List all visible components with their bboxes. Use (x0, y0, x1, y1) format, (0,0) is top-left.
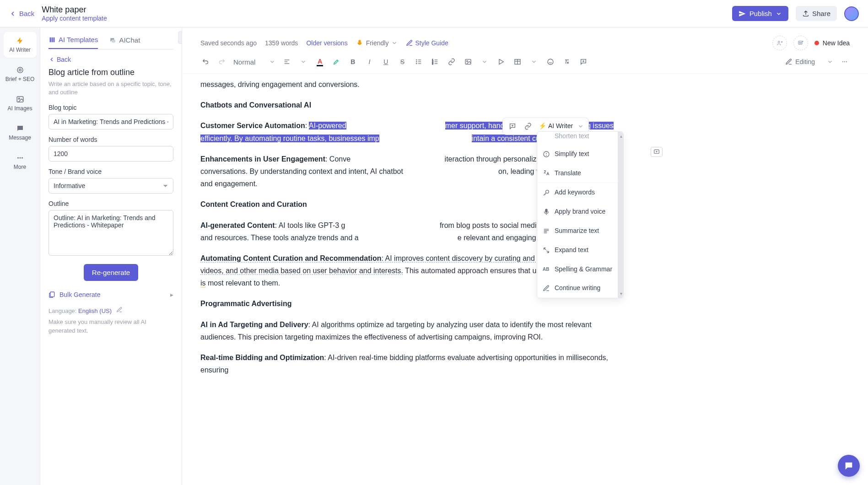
panel-back-button[interactable]: Back (49, 56, 173, 63)
topic-input[interactable] (49, 114, 173, 129)
share-label: Share (812, 10, 830, 17)
dropdown-scrollbar[interactable]: ▴ ▾ (618, 132, 623, 298)
rail-more-label: More (14, 164, 26, 170)
dd-add-keywords[interactable]: Add keywords (537, 183, 623, 202)
underline-button[interactable]: U (381, 57, 391, 67)
outline-label: Outline (49, 200, 173, 207)
tone-dropdown[interactable]: Friendly (356, 39, 398, 47)
publish-button[interactable]: Publish (732, 6, 788, 21)
dd-spelling-grammar-label: Spelling & Grammar (555, 264, 612, 275)
text-color-button[interactable]: A (315, 57, 325, 67)
document-title: White paper (42, 5, 724, 15)
add-image-button[interactable] (793, 36, 808, 50)
word-count: 1359 words (265, 39, 298, 47)
dd-add-keywords-label: Add keywords (555, 187, 595, 198)
highlight-button[interactable] (331, 57, 341, 67)
left-rail: AI Writer Brief + SEO AI Images Message … (0, 27, 40, 485)
bolt-icon: ⚡ (539, 121, 546, 132)
align-button[interactable] (282, 57, 292, 67)
dd-expand-text[interactable]: Expand text (537, 241, 623, 260)
svg-point-10 (799, 42, 800, 43)
words-input[interactable] (49, 146, 173, 162)
outline-textarea[interactable] (49, 210, 173, 256)
older-versions-link[interactable]: Older versions (306, 39, 347, 47)
status-dropdown[interactable]: New Idea (814, 39, 850, 47)
paragraph-style-select[interactable]: Normal (233, 58, 275, 66)
collapse-panel-button[interactable] (178, 31, 182, 44)
undo-button[interactable] (200, 57, 210, 67)
dd-translate[interactable]: Translate (537, 164, 623, 183)
tab-ai-templates[interactable]: AI Templates (49, 33, 98, 49)
strikethrough-button[interactable]: S (397, 57, 407, 67)
rail-more[interactable]: More (4, 149, 37, 175)
paragraph-rtb[interactable]: Real-time Bidding and Optimization: AI-d… (200, 351, 621, 376)
add-comment-margin-button[interactable] (651, 147, 663, 157)
words-label: Number of words (49, 136, 173, 143)
image-chevron-icon[interactable] (480, 57, 490, 67)
dd-apply-brand-voice[interactable]: Apply brand voice (537, 202, 623, 221)
redo-button[interactable] (217, 57, 227, 67)
auto-t4: most relevant to them. (206, 279, 280, 287)
svg-marker-28 (499, 59, 503, 65)
csa-label: Customer Service Automation (200, 122, 305, 129)
table-chevron-icon[interactable] (529, 57, 539, 67)
rail-brief-seo[interactable]: Brief + SEO (4, 61, 37, 87)
back-button[interactable]: Back (9, 10, 34, 17)
bullet-list-button[interactable] (414, 57, 424, 67)
tone-select[interactable]: Informative (49, 178, 173, 194)
side-panel: AI Templates AIChat Back Blog article fr… (40, 27, 182, 485)
image-button[interactable] (463, 57, 473, 67)
italic-button[interactable]: I (364, 57, 374, 67)
align-chevron-icon[interactable] (298, 57, 308, 67)
video-button[interactable] (496, 57, 506, 67)
style-guide-link[interactable]: Style Guide (406, 39, 448, 47)
svg-point-0 (19, 69, 21, 71)
paragraph[interactable]: messages, driving engagement and convers… (200, 78, 621, 91)
dd-summarize-text[interactable]: Summarize text (537, 221, 623, 241)
selection-link-button[interactable] (523, 121, 533, 131)
apply-template-link[interactable]: Apply content template (42, 15, 724, 22)
dd-simplify-text-label: Simplify text (555, 149, 589, 160)
add-collaborator-button[interactable] (772, 36, 787, 50)
dd-spelling-grammar[interactable]: AB Spelling & Grammar (537, 260, 623, 279)
share-button[interactable]: Share (796, 6, 837, 21)
user-avatar[interactable] (844, 6, 859, 21)
more-toolbar-button[interactable] (840, 57, 850, 67)
heading-programmatic[interactable]: Programmatic Advertising (200, 297, 621, 310)
link-button[interactable] (447, 57, 457, 67)
comment-button[interactable] (578, 57, 588, 67)
selection-comment-button[interactable] (507, 121, 518, 131)
selection-ai-writer-dropdown[interactable]: ⚡ AI Writer (539, 121, 584, 132)
language-link[interactable]: English (US) (78, 307, 112, 314)
emoji-button[interactable] (545, 57, 555, 67)
ai-writer-dropdown-menu: Shorten text Simplify text Translate Add… (537, 131, 624, 298)
rail-ai-writer[interactable]: AI Writer (4, 32, 37, 58)
paragraph-ad[interactable]: AI in Ad Targeting and Delivery: AI algo… (200, 318, 621, 343)
heading-chatbots[interactable]: Chatbots and Conversational AI (200, 99, 621, 111)
dd-continue-writing[interactable]: Continue writing (537, 279, 623, 298)
help-chat-button[interactable] (838, 455, 860, 477)
tone-label: Tone / Brand voice (49, 168, 173, 175)
svg-point-6 (22, 157, 23, 159)
dd-shorten-text[interactable]: Shorten text (537, 131, 623, 145)
rail-message[interactable]: Message (4, 120, 37, 146)
edit-language-icon[interactable] (116, 307, 123, 314)
rail-ai-images[interactable]: AI Images (4, 91, 37, 116)
dd-apply-brand-voice-label: Apply brand voice (555, 206, 605, 217)
tab-aichat-label: AIChat (119, 36, 140, 44)
numbered-list-button[interactable]: 123 (430, 57, 440, 67)
tab-aichat[interactable]: AIChat (109, 33, 140, 49)
clear-format-button[interactable] (562, 57, 572, 67)
editing-mode-select[interactable]: Editing (785, 58, 833, 65)
bold-button[interactable]: B (348, 57, 358, 67)
table-button[interactable] (512, 57, 523, 67)
rail-ai-images-label: AI Images (7, 105, 32, 112)
scroll-up-icon: ▴ (620, 132, 622, 140)
dd-simplify-text[interactable]: Simplify text (537, 145, 623, 164)
svg-point-37 (846, 61, 847, 62)
svg-point-4 (17, 157, 19, 159)
scroll-down-icon: ▾ (620, 290, 622, 297)
back-label: Back (19, 10, 34, 17)
bulk-generate-button[interactable]: Bulk Generate ▸ (49, 287, 173, 302)
regenerate-button[interactable]: Re-generate (84, 264, 138, 281)
